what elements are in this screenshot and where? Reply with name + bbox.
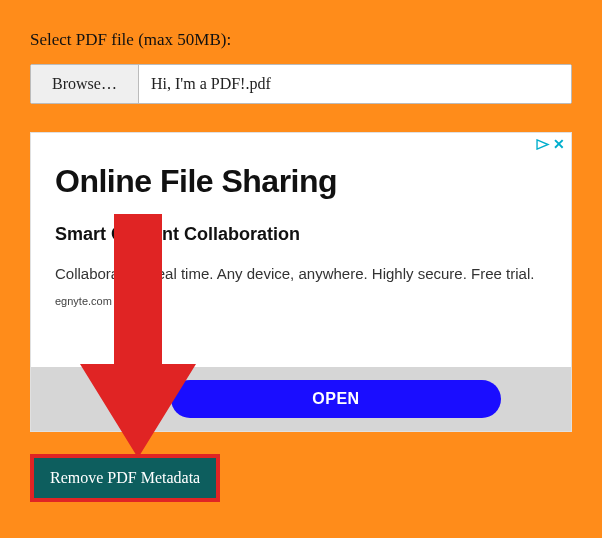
remove-metadata-button[interactable]: Remove PDF Metadata xyxy=(34,458,216,498)
ad-body-line1: Collaborate in real time. Any device, an… xyxy=(55,265,467,282)
primary-action-area: Remove PDF Metadata xyxy=(30,454,220,502)
advertisement-box: ✕ Online File Sharing Smart Content Coll… xyxy=(30,132,572,432)
adchoices-icon[interactable] xyxy=(536,139,550,150)
ad-title: Online File Sharing xyxy=(55,163,547,200)
file-input-row: Browse… xyxy=(30,64,572,104)
file-select-label: Select PDF file (max 50MB): xyxy=(30,30,572,50)
highlight-box: Remove PDF Metadata xyxy=(30,454,220,502)
browse-button[interactable]: Browse… xyxy=(31,65,139,103)
ad-content: Online File Sharing Smart Content Collab… xyxy=(31,133,571,307)
ad-footer: OPEN xyxy=(31,367,571,431)
close-ad-icon[interactable]: ✕ xyxy=(553,137,565,151)
upload-panel: Select PDF file (max 50MB): Browse… ✕ On… xyxy=(0,0,602,522)
ad-controls: ✕ xyxy=(536,137,565,151)
ad-body-line2: Free trial. xyxy=(471,265,534,282)
selected-file-field[interactable] xyxy=(139,65,571,103)
ad-subtitle: Smart Content Collaboration xyxy=(55,224,547,245)
open-ad-button[interactable]: OPEN xyxy=(171,380,501,418)
ad-domain: egnyte.com xyxy=(55,295,547,307)
ad-body: Collaborate in real time. Any device, an… xyxy=(55,263,547,285)
